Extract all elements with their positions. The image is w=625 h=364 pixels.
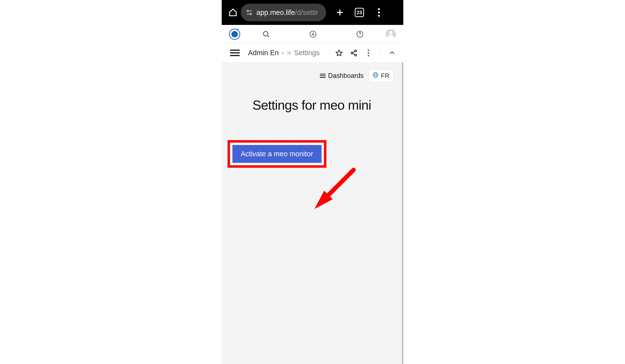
content-top-row: Dashboards FR <box>230 69 394 82</box>
language-button[interactable]: FR <box>368 69 394 82</box>
globe-icon <box>373 72 378 80</box>
star-icon[interactable] <box>335 49 343 57</box>
breadcrumb-settings[interactable]: Settings <box>287 49 320 57</box>
dashboards-label: Dashboards <box>328 72 364 80</box>
new-tab-icon[interactable] <box>334 7 346 18</box>
svg-point-19 <box>351 52 353 54</box>
tab-count: 23 <box>357 10 362 15</box>
svg-point-6 <box>378 8 380 10</box>
search-icon[interactable] <box>262 30 271 39</box>
chevron-up-icon[interactable] <box>388 49 396 57</box>
svg-line-29 <box>322 170 353 202</box>
svg-point-16 <box>289 52 290 54</box>
url-path: /d/settir <box>295 8 318 16</box>
svg-point-0 <box>247 10 249 12</box>
language-label: FR <box>381 72 389 80</box>
app-header <box>222 25 403 43</box>
page-title: Settings for meo mini <box>230 97 394 113</box>
svg-point-15 <box>360 35 360 36</box>
gear-icon <box>287 50 292 56</box>
breadcrumb-settings-label: Settings <box>294 49 320 57</box>
svg-point-23 <box>368 49 369 51</box>
breadcrumb-bar: Admin En › Settings <box>222 43 403 62</box>
breadcrumb-user[interactable]: Admin En <box>248 49 279 57</box>
svg-line-21 <box>353 51 355 53</box>
svg-point-25 <box>368 55 369 56</box>
breadcrumb: Admin En › Settings <box>248 49 320 57</box>
url-domain: app.meo.life <box>256 8 295 16</box>
svg-point-18 <box>355 50 357 52</box>
tab-count-badge[interactable]: 23 <box>353 7 365 18</box>
avatar-icon[interactable] <box>386 29 396 39</box>
svg-point-2 <box>250 13 251 15</box>
divider <box>380 48 380 58</box>
url-bar[interactable]: app.meo.life/d/settir <box>241 4 326 21</box>
browser-menu-icon[interactable] <box>373 7 385 18</box>
share-icon[interactable] <box>350 49 358 57</box>
content-area: Dashboards FR Settings for meo mini <box>222 62 403 364</box>
annotation-highlight-box: Activate a meo monitor <box>227 140 326 168</box>
svg-marker-17 <box>336 50 342 56</box>
svg-point-9 <box>263 31 268 36</box>
help-icon[interactable] <box>355 30 364 39</box>
site-info-icon[interactable] <box>246 9 253 16</box>
svg-marker-30 <box>314 191 333 209</box>
activate-monitor-button[interactable]: Activate a meo monitor <box>232 145 321 163</box>
more-icon[interactable] <box>365 49 372 57</box>
breadcrumb-separator: › <box>282 49 284 57</box>
annotation-arrow <box>310 167 358 212</box>
app-logo-icon[interactable] <box>229 29 240 40</box>
svg-line-22 <box>353 53 355 55</box>
add-icon[interactable] <box>309 30 317 39</box>
breadcrumb-actions <box>335 48 396 58</box>
svg-line-10 <box>267 35 269 37</box>
svg-point-24 <box>368 52 369 54</box>
hamburger-icon[interactable] <box>230 50 240 56</box>
home-icon[interactable] <box>228 8 237 17</box>
svg-point-8 <box>378 15 380 17</box>
svg-point-20 <box>355 54 357 56</box>
list-icon <box>320 74 326 78</box>
svg-point-7 <box>378 11 380 13</box>
phone-viewport: app.meo.life/d/settir 23 <box>222 0 403 364</box>
url-text: app.meo.life/d/settir <box>256 8 318 17</box>
browser-bar: app.meo.life/d/settir 23 <box>222 0 403 25</box>
dashboards-link[interactable]: Dashboards <box>320 72 364 80</box>
